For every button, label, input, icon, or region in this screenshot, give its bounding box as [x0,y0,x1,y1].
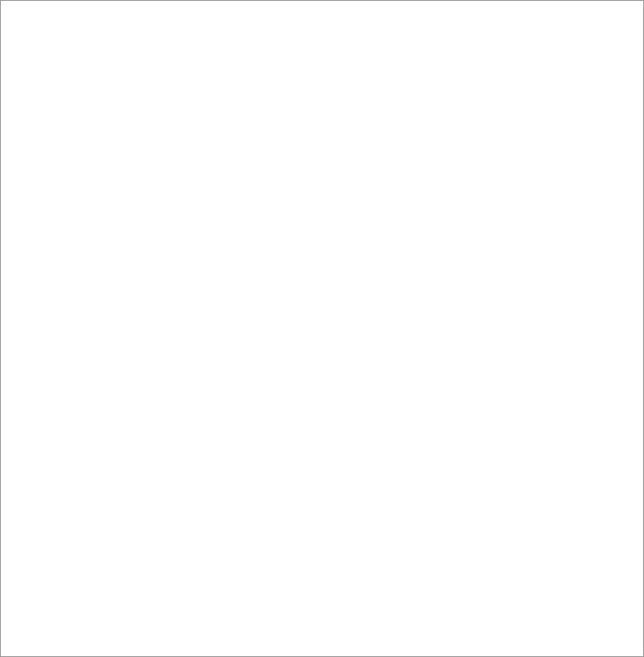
code-viewer[interactable] [0,0,644,657]
